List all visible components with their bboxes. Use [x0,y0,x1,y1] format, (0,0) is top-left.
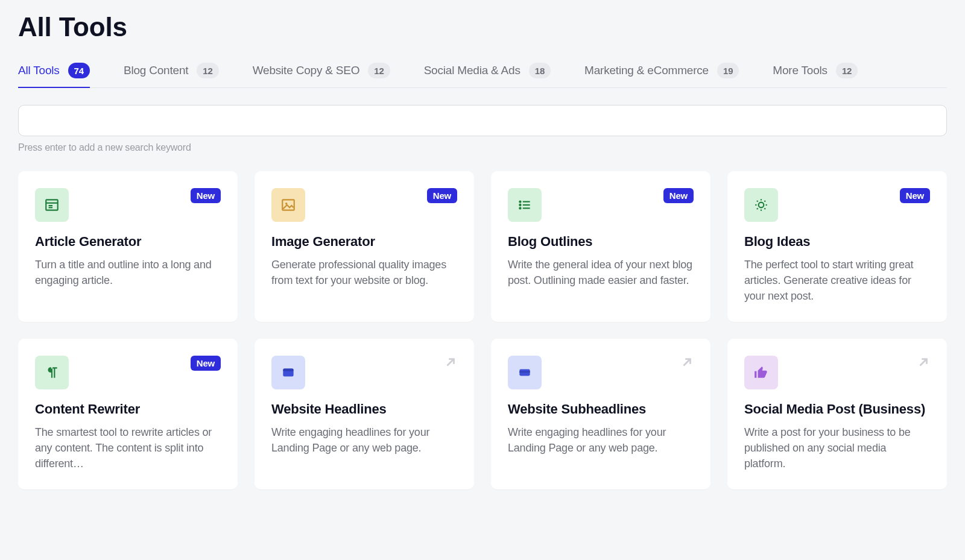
tab-count-badge: 19 [717,63,739,78]
tool-card-website-headlines[interactable]: Website Headlines Write engaging headlin… [255,339,474,489]
svg-line-18 [764,208,765,209]
tab-label: All Tools [18,64,60,77]
tab-count-badge: 74 [68,63,90,78]
card-title: Content Rewriter [35,401,221,417]
page-title: All Tools [18,12,947,42]
new-badge: New [427,188,457,203]
card-title: Article Generator [35,234,221,250]
card-desc: The perfect tool to start writing great … [744,257,930,304]
arrow-up-right-icon [680,356,694,373]
paragraph-icon [35,356,69,389]
svg-point-7 [519,204,520,206]
tab-count-badge: 12 [197,63,218,78]
idea-icon [744,188,778,222]
svg-point-8 [519,207,520,209]
tool-card-content-rewriter[interactable]: New Content Rewriter The smartest tool t… [18,339,238,489]
search-section: Press enter to add a new search keyword [18,105,947,153]
search-input[interactable] [18,105,947,136]
new-badge: New [900,188,930,203]
card-desc: Write a post for your business to be pub… [744,424,930,471]
svg-line-17 [757,201,758,202]
tab-label: More Tools [773,64,827,77]
tools-grid: New Article Generator Turn a title and o… [18,171,947,489]
tool-card-blog-ideas[interactable]: New Blog Ideas The perfect tool to start… [727,171,947,322]
card-desc: Turn a title and outline into a long and… [35,257,221,288]
svg-line-26 [684,359,691,366]
svg-line-20 [764,201,765,202]
thumbs-up-icon [744,356,778,389]
tool-card-website-subheadlines[interactable]: Website Subheadlines Write engaging head… [491,339,710,489]
svg-line-23 [448,359,454,366]
tab-label: Website Copy & SEO [253,64,360,77]
card-header: New [744,188,930,222]
card-desc: Write engaging headlines for your Landin… [508,424,694,456]
card-title: Blog Outlines [508,234,694,250]
card-header [744,356,930,389]
card-header: New [35,188,221,222]
tab-blog-content[interactable]: Blog Content 12 [124,57,219,88]
card-desc: Write engaging headlines for your Landin… [271,424,457,456]
tab-all-tools[interactable]: All Tools 74 [18,57,90,88]
tab-label: Social Media & Ads [424,64,520,77]
card-desc: Write the general idea of your next blog… [508,257,694,288]
tab-count-badge: 12 [836,63,858,78]
tool-card-article-generator[interactable]: New Article Generator Turn a title and o… [18,171,238,322]
svg-rect-25 [519,371,530,373]
svg-point-6 [519,201,520,203]
tool-card-image-generator[interactable]: New Image Generator Generate professiona… [255,171,474,322]
tab-social-media-ads[interactable]: Social Media & Ads 18 [424,57,551,88]
card-header: New [271,188,457,222]
card-desc: The smartest tool to rewrite articles or… [35,424,221,471]
card-header: New [35,356,221,389]
new-badge: New [663,188,694,203]
arrow-up-right-icon [917,356,930,373]
card-title: Website Subheadlines [508,401,694,417]
tab-label: Marketing & eCommerce [584,64,709,77]
card-title: Blog Ideas [744,234,930,250]
article-icon [35,188,69,222]
card-title: Social Media Post (Business) [744,401,930,417]
list-icon [508,188,542,222]
tab-more-tools[interactable]: More Tools 12 [773,57,858,88]
tab-website-copy-seo[interactable]: Website Copy & SEO 12 [253,57,390,88]
search-hint: Press enter to add a new search keyword [18,142,947,153]
window-icon [271,356,305,389]
new-badge: New [191,356,221,371]
card-desc: Generate professional quality images fro… [271,257,457,288]
card-header [508,356,694,389]
svg-line-27 [920,359,927,366]
svg-line-19 [757,208,758,209]
card-title: Website Headlines [271,401,457,417]
tabs: All Tools 74 Blog Content 12 Website Cop… [18,57,947,88]
tab-count-badge: 12 [368,63,390,78]
tab-marketing-ecommerce[interactable]: Marketing & eCommerce 19 [584,57,739,88]
card-icon [508,356,542,389]
tab-count-badge: 18 [529,63,551,78]
tool-card-social-media-post-business[interactable]: Social Media Post (Business) Write a pos… [727,339,947,489]
card-title: Image Generator [271,234,457,250]
svg-point-12 [759,203,764,208]
svg-rect-22 [283,369,293,371]
tab-label: Blog Content [124,64,188,77]
arrow-up-right-icon [444,356,457,373]
card-header: New [508,188,694,222]
image-icon [271,188,305,222]
tool-card-blog-outlines[interactable]: New Blog Outlines Write the general idea… [491,171,710,322]
new-badge: New [191,188,221,203]
card-header [271,356,457,389]
